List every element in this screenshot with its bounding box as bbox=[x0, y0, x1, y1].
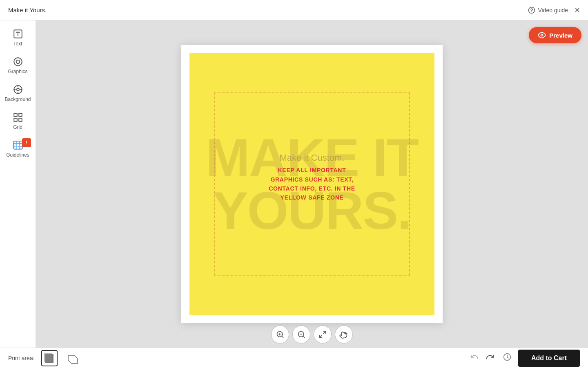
zoom-in-button[interactable] bbox=[271, 325, 289, 343]
canvas-container: MAKE IT YOURS. Make it Custom. KEEP ALL … bbox=[181, 45, 443, 323]
3d-print-icon bbox=[66, 352, 78, 364]
history-icon bbox=[503, 352, 512, 361]
svg-point-5 bbox=[14, 58, 22, 66]
main-canvas-area: Preview MAKE IT YOURS. Make it Custom. K… bbox=[36, 20, 588, 348]
canvas-toolbar bbox=[271, 325, 353, 343]
header-right: Video guide × bbox=[528, 5, 580, 16]
history-button[interactable] bbox=[501, 351, 513, 365]
fit-icon bbox=[318, 330, 327, 339]
pan-tool-button[interactable] bbox=[335, 325, 353, 343]
undo-redo-group bbox=[468, 351, 496, 365]
sidebar-item-background[interactable]: Background bbox=[0, 79, 36, 107]
svg-marker-34 bbox=[68, 355, 78, 364]
preview-button[interactable]: Preview bbox=[529, 27, 581, 43]
svg-rect-14 bbox=[19, 113, 22, 117]
svg-line-38 bbox=[74, 355, 78, 359]
sidebar-item-guidelines[interactable]: Guidelines ! bbox=[0, 135, 36, 163]
safe-zone-text: KEEP ALL IMPORTANTGRAPHICS SUCH AS: TEXT… bbox=[269, 166, 355, 202]
add-to-cart-button[interactable]: Add to Cart bbox=[518, 350, 580, 367]
svg-rect-13 bbox=[14, 113, 17, 117]
guidelines-icon bbox=[13, 140, 23, 150]
close-button[interactable]: × bbox=[575, 5, 580, 16]
print-option-flat[interactable] bbox=[41, 350, 58, 366]
svg-line-31 bbox=[320, 335, 322, 338]
svg-line-30 bbox=[323, 332, 326, 334]
zoom-out-icon bbox=[297, 330, 305, 339]
flat-print-icon bbox=[43, 352, 56, 364]
zoom-in-icon bbox=[276, 330, 284, 339]
bottom-right-controls: Add to Cart bbox=[468, 350, 580, 367]
svg-point-22 bbox=[541, 34, 543, 36]
redo-icon bbox=[486, 352, 494, 361]
question-icon bbox=[528, 7, 535, 14]
sidebar-label-background: Background bbox=[4, 96, 31, 102]
zoom-out-button[interactable] bbox=[292, 325, 310, 343]
svg-rect-33 bbox=[44, 353, 52, 362]
svg-rect-15 bbox=[14, 118, 17, 121]
print-area-options bbox=[41, 350, 80, 366]
guidelines-badge: ! bbox=[22, 138, 31, 147]
svg-point-8 bbox=[16, 88, 19, 91]
eye-icon bbox=[538, 31, 546, 39]
sidebar-item-graphics[interactable]: Graphics bbox=[0, 52, 36, 79]
svg-line-36 bbox=[68, 360, 71, 364]
svg-rect-16 bbox=[19, 118, 22, 121]
canvas-inner[interactable]: MAKE IT YOURS. Make it Custom. KEEP ALL … bbox=[189, 53, 434, 315]
background-icon bbox=[13, 84, 23, 95]
safe-zone-overlay: KEEP ALL IMPORTANTGRAPHICS SUCH AS: TEXT… bbox=[214, 92, 410, 276]
undo-button[interactable] bbox=[468, 351, 481, 365]
bottom-bar: Print area: bbox=[0, 348, 588, 368]
sidebar-item-grid[interactable]: Grid bbox=[0, 107, 36, 135]
redo-button[interactable] bbox=[484, 351, 496, 365]
text-icon bbox=[13, 29, 23, 39]
graphics-icon bbox=[13, 56, 23, 67]
app-title: Make it Yours. bbox=[8, 7, 47, 13]
sidebar-label-graphics: Graphics bbox=[8, 69, 27, 74]
sidebar-label-guidelines: Guidelines bbox=[6, 152, 29, 158]
undo-icon bbox=[470, 352, 479, 361]
svg-line-24 bbox=[282, 336, 283, 338]
preview-label: Preview bbox=[549, 32, 572, 39]
print-option-3d[interactable] bbox=[64, 350, 80, 366]
video-guide-link[interactable]: Video guide bbox=[528, 7, 568, 14]
pan-icon bbox=[339, 330, 348, 339]
sidebar: Text Graphics Background Grid bbox=[0, 20, 36, 348]
sidebar-label-grid: Grid bbox=[13, 124, 22, 130]
svg-rect-17 bbox=[13, 141, 22, 149]
svg-line-28 bbox=[303, 336, 305, 338]
print-area-label: Print area: bbox=[8, 355, 35, 361]
grid-icon bbox=[13, 112, 23, 123]
video-guide-label: Video guide bbox=[538, 7, 568, 13]
fit-screen-button[interactable] bbox=[314, 325, 332, 343]
sidebar-item-text[interactable]: Text bbox=[0, 24, 36, 52]
svg-point-6 bbox=[16, 60, 20, 64]
sidebar-label-text: Text bbox=[13, 41, 22, 47]
